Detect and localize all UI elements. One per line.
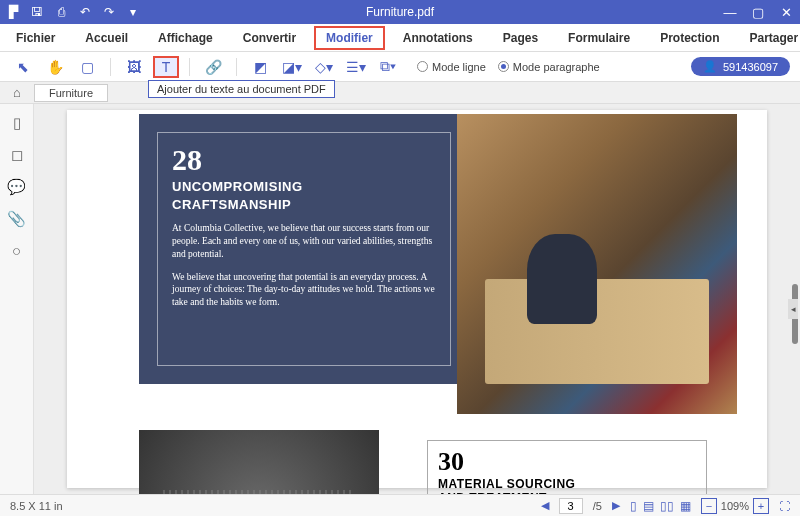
mode-line-label: Mode ligne [432,61,486,73]
redo-icon[interactable]: ↷ [102,5,116,19]
thumbnails-icon[interactable]: ▯ [13,114,21,132]
mode-paragraph-radio[interactable]: Mode paragraphe [498,61,600,73]
menu-convertir[interactable]: Convertir [231,26,308,50]
fullscreen-icon[interactable]: ⛶ [779,500,790,512]
separator [189,58,190,76]
link-icon[interactable]: 🔗 [200,56,226,78]
prev-page-icon[interactable]: ◀ [541,499,549,512]
menu-affichage[interactable]: Affichage [146,26,225,50]
watermark-icon[interactable]: ◪▾ [279,56,305,78]
menu-protection[interactable]: Protection [648,26,731,50]
tab-strip: ⌂ Furniture [0,82,800,104]
block1-para1: At Columbia Collective, we believe that … [172,222,436,260]
hand-tool-icon[interactable]: ✋ [42,56,68,78]
search-icon[interactable]: ○ [12,242,21,259]
zoom-level-label: 109% [721,500,749,512]
page-number-input[interactable] [559,498,583,514]
bookmarks-icon[interactable]: ◻ [11,146,23,164]
quickaccess-dropdown-icon[interactable]: ▾ [126,5,140,19]
page-total-label: /5 [593,500,602,512]
menu-modifier[interactable]: Modifier [314,26,385,50]
maximize-button[interactable]: ▢ [744,0,772,24]
block1-number: 28 [172,143,436,177]
page-size-label: 8.5 X 11 in [10,500,63,512]
craftsmanship-photo [457,114,737,414]
separator [110,58,111,76]
edit-tool-icon[interactable]: ▢ [74,56,100,78]
zoom-in-button[interactable]: + [753,498,769,514]
comments-icon[interactable]: 💬 [7,178,26,196]
block1-heading-line1: UNCOMPROMISING [172,179,436,195]
main-area: ▯ ◻ 💬 📎 ○ ▸ 28 UNCOMPROMISING CRAFTSMANS… [0,104,800,494]
menu-fichier[interactable]: Fichier [4,26,67,50]
window-title: Furniture.pdf [366,5,434,19]
user-id-label: 591436097 [723,61,778,73]
menu-partager[interactable]: Partager [737,26,800,50]
view-continuous-icon[interactable]: ▤ [643,499,654,513]
mode-line-radio[interactable]: Mode ligne [417,61,486,73]
block2-heading-line1: MATERIAL SOURCING [438,477,696,491]
add-text-icon[interactable]: T [153,56,179,78]
menu-annotations[interactable]: Annotations [391,26,485,50]
home-tab-icon[interactable]: ⌂ [0,85,34,100]
menubar: Fichier Accueil Affichage Convertir Modi… [0,24,800,52]
next-page-icon[interactable]: ▶ [612,499,620,512]
pdf-page: 28 UNCOMPROMISING CRAFTSMANSHIP At Colum… [67,110,767,488]
print-icon[interactable]: ⎙ [54,5,68,19]
minimize-button[interactable]: — [716,0,744,24]
view-facing-cont-icon[interactable]: ▦ [680,499,691,513]
attachments-icon[interactable]: 📎 [7,210,26,228]
statusbar: 8.5 X 11 in ◀ /5 ▶ ▯ ▤ ▯▯ ▦ − 109% + ⛶ [0,494,800,516]
close-button[interactable]: ✕ [772,0,800,24]
mode-paragraph-label: Mode paragraphe [513,61,600,73]
block1-para2: We believe that uncovering that potentia… [172,271,436,309]
save-icon[interactable]: 🖫 [30,5,44,19]
header-footer-icon[interactable]: ☰▾ [343,56,369,78]
block1-heading-line2: CRAFTSMANSHIP [172,197,436,213]
material-photo [139,430,379,494]
view-facing-icon[interactable]: ▯▯ [660,499,674,513]
content-block-2: 30 MATERIAL SOURCING AND TREATMENT [427,440,707,494]
content-block-1: 28 UNCOMPROMISING CRAFTSMANSHIP At Colum… [139,114,469,384]
block2-heading-line2: AND TREATMENT [438,491,696,494]
background-icon[interactable]: ◇▾ [311,56,337,78]
view-single-icon[interactable]: ▯ [630,499,637,513]
crop-icon[interactable]: ◩ [247,56,273,78]
toolbar: ⬉ ✋ ▢ 🖼 T 🔗 ◩ ◪▾ ◇▾ ☰▾ ⧉▾ Mode ligne Mod… [0,52,800,82]
user-icon: 👤 [703,60,717,73]
titlebar: ▛ 🖫 ⎙ ↶ ↷ ▾ Furniture.pdf — ▢ ✕ [0,0,800,24]
bates-icon[interactable]: ⧉▾ [375,56,401,78]
app-logo-icon: ▛ [6,5,20,19]
expand-right-handle[interactable]: ◂ [788,299,798,319]
menu-formulaire[interactable]: Formulaire [556,26,642,50]
block2-number: 30 [438,447,696,477]
select-tool-icon[interactable]: ⬉ [10,56,36,78]
undo-icon[interactable]: ↶ [78,5,92,19]
menu-accueil[interactable]: Accueil [73,26,140,50]
tooltip: Ajouter du texte au document PDF [148,80,335,98]
document-viewport[interactable]: 28 UNCOMPROMISING CRAFTSMANSHIP At Colum… [34,104,800,494]
file-tab[interactable]: Furniture [34,84,108,102]
menu-pages[interactable]: Pages [491,26,550,50]
user-account-button[interactable]: 👤 591436097 [691,57,790,76]
left-panel-rail: ▯ ◻ 💬 📎 ○ [0,104,34,494]
add-image-icon[interactable]: 🖼 [121,56,147,78]
separator [236,58,237,76]
zoom-out-button[interactable]: − [701,498,717,514]
